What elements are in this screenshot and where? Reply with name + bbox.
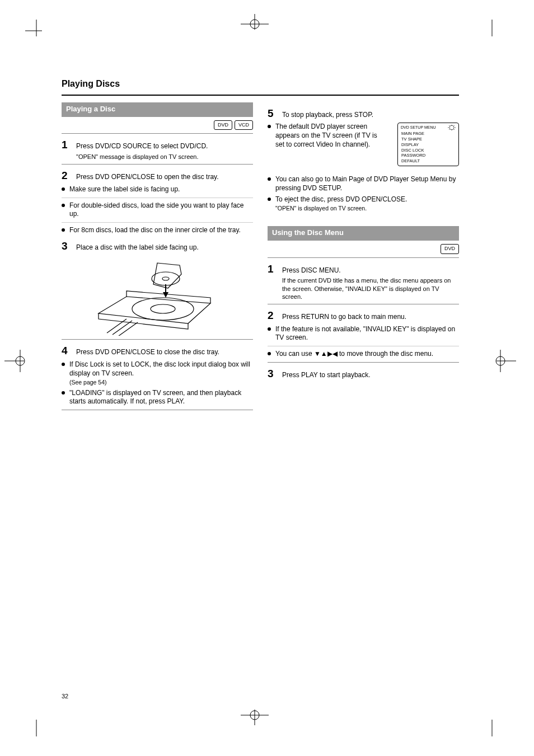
step-number: 4 (62, 344, 72, 358)
crop-mark-bottom (241, 703, 269, 725)
left-column: Playing a Disc DVD VCD 1 Press DVD/CD SO… (62, 102, 253, 414)
step-5-text: To stop playback, press STOP. (282, 111, 459, 120)
bullet-icon (268, 352, 271, 355)
bullet-text: For 8cm discs, load the disc on the inne… (69, 226, 253, 235)
crop-mark-bl (25, 714, 42, 736)
step-1-text: Press DVD/CD SOURCE to select DVD/CD. (76, 142, 253, 151)
step-1-sub: If the current DVD title has a menu, the… (282, 276, 459, 300)
crop-mark-tr (486, 20, 503, 42)
bullet-text: You can also go to Main Page of DVD Play… (275, 175, 459, 192)
step-number: 3 (268, 367, 278, 381)
bullet-text: You can use ▼▲▶◀ to move through the dis… (275, 350, 459, 359)
step-2-text: Press RETURN to go back to main menu. (282, 313, 459, 322)
menu-item: PASSWORD (398, 153, 458, 158)
badge-vcd: VCD (235, 120, 253, 130)
svg-point-8 (449, 125, 454, 130)
bullet-icon (268, 198, 271, 201)
bullet-text: If Disc Lock is set to LOCK, the disc lo… (69, 360, 253, 378)
section-title: Using the Disc Menu (272, 228, 344, 238)
menu-icon (448, 125, 456, 130)
svg-point-7 (162, 277, 169, 280)
step-1-text: Press DISC MENU. (282, 266, 459, 275)
bullet-sub: (See page 54) (69, 379, 253, 387)
page-title: Playing Discs (62, 78, 459, 90)
step-number: 1 (62, 138, 72, 152)
menu-item: TV SHAPE (398, 137, 458, 142)
bullet-text: The default DVD player screen appears on… (275, 123, 385, 149)
menu-item: MAIN PAGE (398, 131, 458, 137)
right-column: 5 To stop playback, press STOP. The defa… (268, 102, 459, 414)
bullet-icon (62, 228, 65, 232)
svg-point-4 (132, 298, 194, 320)
section-bar-playing: Playing a Disc (62, 102, 253, 117)
menu-item: DEFAULT (398, 158, 458, 164)
crop-mark-br (486, 714, 503, 736)
bullet-icon (62, 204, 65, 207)
step-1-sub: "OPEN" message is displayed on TV screen… (76, 153, 253, 161)
step-number: 1 (268, 262, 278, 276)
bullet-text: "LOADING" is displayed on TV screen, and… (69, 389, 253, 406)
step-2-text: Press DVD OPEN/CLOSE to open the disc tr… (76, 173, 253, 182)
menu-item: DISC LOCK (398, 148, 458, 153)
crop-mark-tl (25, 20, 42, 42)
section-bar-discmenu: Using the Disc Menu (268, 226, 459, 241)
bullet-icon (268, 125, 271, 128)
step-3-text: Press PLAY to start playback. (282, 371, 459, 380)
step-3-text: Place a disc with the label side facing … (76, 243, 253, 252)
bullet-icon (268, 177, 271, 181)
bullet-text: Make sure the label side is facing up. (69, 185, 253, 194)
bullet-text: For double-sided discs, load the side yo… (69, 201, 253, 219)
svg-point-5 (151, 304, 175, 313)
badge-dvd: DVD (441, 244, 459, 254)
crop-mark-right (488, 350, 516, 372)
menu-item: DISPLAY (398, 142, 458, 148)
crop-mark-top (241, 14, 269, 36)
bullet-icon (62, 391, 65, 395)
bullet-icon (62, 363, 65, 366)
step-4-text: Press DVD OPEN/CLOSE to close the disc t… (76, 348, 253, 357)
title-rule (62, 95, 459, 96)
bullet-text: If the feature is not available, "INVALI… (275, 325, 459, 342)
section-title: Playing a Disc (66, 105, 115, 114)
svg-point-6 (152, 272, 180, 285)
step-number: 2 (62, 169, 72, 183)
menu-title: DVD SETUP MENU (401, 125, 436, 130)
step-number: 2 (268, 309, 278, 323)
setup-menu-box: DVD SETUP MENU MAIN PAGE TV SHAPE DISPLA… (397, 123, 459, 166)
badge-dvd: DVD (214, 120, 232, 130)
step-number: 5 (268, 107, 278, 121)
bullet-text: To eject the disc, press DVD OPEN/CLOSE. (275, 195, 459, 204)
bullet-icon (62, 187, 65, 191)
crop-mark-left (4, 350, 32, 372)
disc-tray-illustration (93, 257, 222, 336)
page-number: 32 (62, 692, 68, 700)
bullet-icon (268, 327, 271, 331)
step-number: 3 (62, 240, 72, 253)
bullet-sub: "OPEN" is displayed on TV screen. (275, 205, 459, 213)
